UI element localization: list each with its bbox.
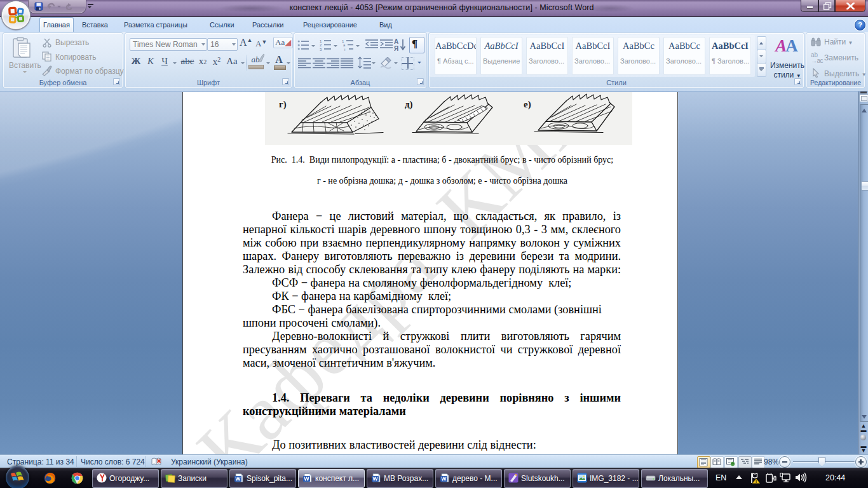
svg-text:А: А <box>394 38 398 45</box>
svg-text:i: i <box>344 48 345 51</box>
svg-text:1: 1 <box>342 39 344 43</box>
svg-text:1: 1 <box>320 39 322 43</box>
svg-text:a: a <box>343 43 346 47</box>
svg-text:2: 2 <box>320 43 322 47</box>
svg-text:е): е) <box>524 99 531 110</box>
svg-text:г): г) <box>279 99 287 110</box>
svg-text:д): д) <box>405 99 413 110</box>
svg-text:3: 3 <box>320 48 322 51</box>
svg-text:Я: Я <box>394 45 398 51</box>
